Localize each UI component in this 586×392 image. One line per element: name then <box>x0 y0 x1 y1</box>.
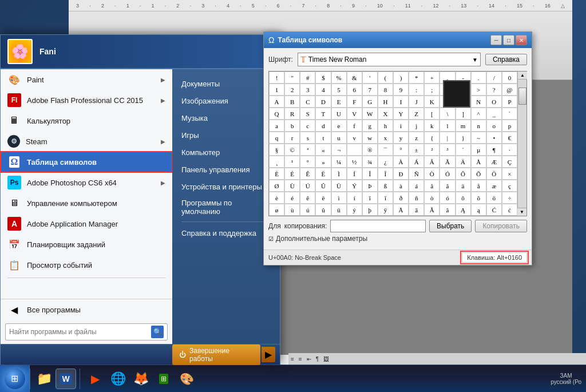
menu-item-scheduler[interactable]: 📅 Планировщик заданий <box>1 234 172 255</box>
char-cell[interactable]: ø <box>269 204 284 216</box>
char-cell[interactable]: ½ <box>347 156 362 168</box>
char-cell[interactable]: ( <box>378 72 393 84</box>
char-cell[interactable]: ì <box>331 192 347 204</box>
char-cell[interactable]: 1 <box>269 84 284 96</box>
char-cell[interactable]: m <box>456 120 471 132</box>
char-cell[interactable]: ´ <box>456 144 471 156</box>
char-cell[interactable]: Ā <box>393 204 409 216</box>
taskbar-folder-icon[interactable]: 📁 <box>34 369 54 389</box>
char-cell[interactable]: Õ <box>471 168 486 180</box>
char-cell[interactable]: J <box>409 96 424 108</box>
char-cell[interactable]: W <box>362 108 378 120</box>
char-cell[interactable]: 3 <box>300 84 315 96</box>
char-cell[interactable]: d <box>315 120 331 132</box>
char-cell[interactable]: _ <box>486 108 502 120</box>
char-cell[interactable]: « <box>315 144 331 156</box>
char-cell[interactable]: i <box>393 120 409 132</box>
char-cell[interactable]: ă <box>440 204 455 216</box>
char-cell[interactable]: • <box>486 132 502 144</box>
char-cell[interactable]: x <box>378 132 393 144</box>
char-cell[interactable]: û <box>315 204 331 216</box>
taskbar-firefox-icon[interactable]: 🦊 <box>130 369 151 389</box>
char-cell[interactable]: Ă <box>424 204 440 216</box>
char-cell[interactable]: ç <box>502 180 517 192</box>
char-cell[interactable]: b <box>284 120 300 132</box>
char-cell[interactable]: ä <box>456 180 471 192</box>
menu-item-flash[interactable]: Fl Adobe Flash Professional CC 2015 ▶ <box>1 90 172 110</box>
char-cell[interactable]: Û <box>315 180 331 192</box>
char-cell[interactable]: ú <box>300 204 315 216</box>
char-cell[interactable]: u <box>331 132 347 144</box>
char-cell[interactable]: & <box>347 72 362 84</box>
char-cell[interactable]: ¼ <box>331 156 347 168</box>
menu-item-steam[interactable]: ⚙ Steam ▶ <box>1 131 172 152</box>
char-cell[interactable]: ) <box>393 72 409 84</box>
char-cell[interactable]: € <box>502 132 517 144</box>
char-cell[interactable]: Ý <box>347 180 362 192</box>
char-cell[interactable]: â <box>424 180 440 192</box>
char-cell[interactable]: ù <box>284 204 300 216</box>
scroll-up-button[interactable]: ▲ <box>518 72 527 80</box>
char-cell[interactable]: Ò <box>424 168 440 180</box>
char-cell[interactable]: R <box>284 108 300 120</box>
char-cell[interactable]: @ <box>502 84 517 96</box>
char-cell[interactable]: . <box>471 72 486 84</box>
char-cell[interactable]: % <box>331 72 347 84</box>
char-cell[interactable]: ! <box>269 72 284 84</box>
char-cell[interactable]: " <box>284 72 300 84</box>
char-cell[interactable]: ­ <box>347 144 362 156</box>
char-cell[interactable]: | <box>440 132 455 144</box>
char-cell[interactable]: G <box>362 96 378 108</box>
taskbar-paint-icon[interactable]: 🎨 <box>176 369 197 389</box>
char-cell[interactable]: I <box>393 96 409 108</box>
char-cell[interactable]: T <box>315 108 331 120</box>
char-cell[interactable]: F <box>347 96 362 108</box>
char-cell[interactable]: Ã <box>440 156 455 168</box>
search-button[interactable]: 🔍 <box>151 326 164 338</box>
char-cell[interactable]: e <box>331 120 347 132</box>
char-cell[interactable]: ā <box>409 204 424 216</box>
char-cell[interactable]: Þ <box>362 180 378 192</box>
char-cell[interactable]: ï <box>378 192 393 204</box>
char-cell[interactable]: ć <box>502 204 517 216</box>
char-cell[interactable]: ^ <box>471 108 486 120</box>
char-cell[interactable]: Q <box>269 108 284 120</box>
char-cell[interactable]: § <box>269 144 284 156</box>
char-cell[interactable]: O <box>486 96 502 108</box>
char-cell[interactable]: ¾ <box>362 156 378 168</box>
char-cell[interactable]: y <box>393 132 409 144</box>
char-cell[interactable]: j <box>409 120 424 132</box>
taskbar-word-icon[interactable]: W <box>56 369 76 389</box>
char-cell[interactable]: Ø <box>269 180 284 192</box>
char-cell[interactable]: A <box>269 96 284 108</box>
char-cell[interactable]: ] <box>456 108 471 120</box>
char-cell[interactable]: w <box>362 132 378 144</box>
char-cell[interactable]: B <box>284 96 300 108</box>
char-cell[interactable]: Æ <box>486 156 502 168</box>
char-cell[interactable]: ë <box>315 192 331 204</box>
char-cell[interactable]: P <box>502 96 517 108</box>
char-cell[interactable]: } <box>456 132 471 144</box>
char-cell[interactable]: ü <box>331 204 347 216</box>
char-cell[interactable]: k <box>424 120 440 132</box>
char-cell[interactable]: H <box>378 96 393 108</box>
char-cell[interactable]: Ú <box>300 180 315 192</box>
char-cell[interactable]: ³ <box>440 144 455 156</box>
char-cell[interactable]: ñ <box>409 192 424 204</box>
char-cell[interactable]: U <box>331 108 347 120</box>
char-cell[interactable]: è <box>269 192 284 204</box>
char-cell[interactable]: Ö <box>486 168 502 180</box>
scroll-down-button[interactable]: ▼ <box>517 208 526 216</box>
char-cell[interactable]: æ <box>486 180 502 192</box>
char-cell[interactable]: ° <box>393 144 409 156</box>
char-cell[interactable]: s <box>300 132 315 144</box>
char-cell[interactable]: ö <box>486 192 502 204</box>
char-cell[interactable]: ã <box>440 180 455 192</box>
char-cell[interactable]: Ù <box>284 180 300 192</box>
char-cell[interactable]: ' <box>362 72 378 84</box>
char-cell[interactable]: ÿ <box>378 204 393 216</box>
char-cell[interactable]: 5 <box>331 84 347 96</box>
copy-button[interactable]: Копировать <box>475 220 527 232</box>
char-cell[interactable]: Ó <box>440 168 455 180</box>
char-cell[interactable]: ? <box>486 84 502 96</box>
